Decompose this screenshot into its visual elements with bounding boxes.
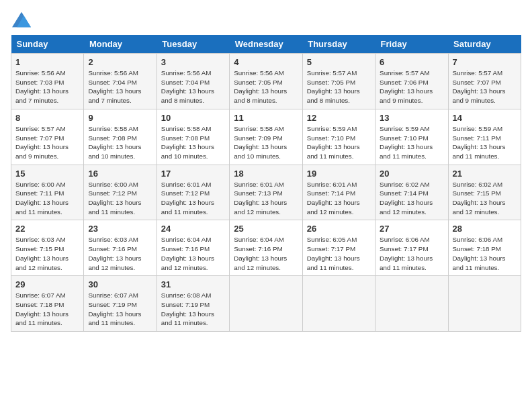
- day-number: 18: [234, 169, 298, 179]
- day-info: Sunrise: 5:58 AM Sunset: 7:09 PM Dayligh…: [234, 124, 298, 161]
- day-info: Sunrise: 5:56 AM Sunset: 7:04 PM Dayligh…: [88, 68, 152, 105]
- day-info: Sunrise: 6:05 AM Sunset: 7:17 PM Dayligh…: [307, 235, 371, 272]
- week-row-2: 8Sunrise: 5:57 AM Sunset: 7:07 PM Daylig…: [11, 109, 521, 165]
- header-row: SundayMondayTuesdayWednesdayThursdayFrid…: [11, 35, 521, 54]
- day-info: Sunrise: 6:06 AM Sunset: 7:17 PM Dayligh…: [380, 235, 443, 272]
- calendar-cell: 3Sunrise: 5:56 AM Sunset: 7:04 PM Daylig…: [157, 54, 229, 109]
- header-cell-sunday: Sunday: [11, 35, 84, 54]
- day-info: Sunrise: 6:06 AM Sunset: 7:18 PM Dayligh…: [453, 235, 517, 272]
- day-info: Sunrise: 5:59 AM Sunset: 7:10 PM Dayligh…: [380, 124, 443, 161]
- calendar-cell: 9Sunrise: 5:58 AM Sunset: 7:08 PM Daylig…: [84, 109, 157, 165]
- day-number: 27: [380, 224, 443, 234]
- day-info: Sunrise: 6:00 AM Sunset: 7:12 PM Dayligh…: [88, 180, 152, 217]
- day-number: 28: [453, 224, 517, 234]
- day-number: 23: [88, 224, 152, 234]
- calendar-cell: 6Sunrise: 5:57 AM Sunset: 7:06 PM Daylig…: [375, 54, 448, 109]
- day-number: 12: [307, 113, 371, 123]
- logo: [11, 11, 35, 30]
- day-number: 1: [15, 57, 79, 67]
- calendar-cell: 15Sunrise: 6:00 AM Sunset: 7:11 PM Dayli…: [11, 165, 84, 220]
- calendar-cell: 12Sunrise: 5:59 AM Sunset: 7:10 PM Dayli…: [302, 109, 375, 165]
- day-number: 15: [15, 169, 79, 179]
- day-info: Sunrise: 6:07 AM Sunset: 7:18 PM Dayligh…: [15, 291, 79, 328]
- calendar-header: SundayMondayTuesdayWednesdayThursdayFrid…: [11, 35, 521, 54]
- week-row-5: 29Sunrise: 6:07 AM Sunset: 7:18 PM Dayli…: [11, 276, 521, 332]
- day-number: 10: [161, 113, 225, 123]
- day-number: 19: [307, 169, 371, 179]
- calendar-cell: 25Sunrise: 6:04 AM Sunset: 7:16 PM Dayli…: [230, 220, 302, 276]
- day-info: Sunrise: 6:07 AM Sunset: 7:19 PM Dayligh…: [88, 291, 152, 328]
- calendar-cell: 11Sunrise: 5:58 AM Sunset: 7:09 PM Dayli…: [230, 109, 302, 165]
- calendar-cell: [302, 276, 375, 332]
- calendar-cell: [230, 276, 302, 332]
- day-info: Sunrise: 5:59 AM Sunset: 7:10 PM Dayligh…: [307, 124, 371, 161]
- day-number: 6: [380, 57, 443, 67]
- calendar-cell: 23Sunrise: 6:03 AM Sunset: 7:16 PM Dayli…: [84, 220, 157, 276]
- day-number: 11: [234, 113, 298, 123]
- header-cell-saturday: Saturday: [448, 35, 521, 54]
- calendar-cell: 30Sunrise: 6:07 AM Sunset: 7:19 PM Dayli…: [84, 276, 157, 332]
- page-header: [11, 11, 521, 30]
- day-info: Sunrise: 5:59 AM Sunset: 7:11 PM Dayligh…: [453, 124, 517, 161]
- calendar-cell: 7Sunrise: 5:57 AM Sunset: 7:07 PM Daylig…: [448, 54, 521, 109]
- day-number: 30: [88, 279, 152, 289]
- header-cell-wednesday: Wednesday: [230, 35, 302, 54]
- calendar-table: SundayMondayTuesdayWednesdayThursdayFrid…: [11, 35, 521, 332]
- day-info: Sunrise: 5:57 AM Sunset: 7:07 PM Dayligh…: [453, 68, 517, 105]
- day-number: 21: [453, 169, 517, 179]
- day-info: Sunrise: 5:56 AM Sunset: 7:03 PM Dayligh…: [15, 68, 79, 105]
- day-number: 5: [307, 57, 371, 67]
- day-info: Sunrise: 6:01 AM Sunset: 7:13 PM Dayligh…: [234, 180, 298, 217]
- day-number: 31: [161, 279, 225, 289]
- day-number: 29: [15, 279, 79, 289]
- calendar-cell: 14Sunrise: 5:59 AM Sunset: 7:11 PM Dayli…: [448, 109, 521, 165]
- calendar-cell: 21Sunrise: 6:02 AM Sunset: 7:15 PM Dayli…: [448, 165, 521, 220]
- day-info: Sunrise: 5:58 AM Sunset: 7:08 PM Dayligh…: [161, 124, 225, 161]
- day-info: Sunrise: 6:04 AM Sunset: 7:16 PM Dayligh…: [234, 235, 298, 272]
- week-row-3: 15Sunrise: 6:00 AM Sunset: 7:11 PM Dayli…: [11, 165, 521, 220]
- day-number: 20: [380, 169, 443, 179]
- logo-icon: [11, 11, 32, 30]
- day-info: Sunrise: 5:57 AM Sunset: 7:05 PM Dayligh…: [307, 68, 371, 105]
- day-info: Sunrise: 5:57 AM Sunset: 7:07 PM Dayligh…: [15, 124, 79, 161]
- calendar-cell: [375, 276, 448, 332]
- header-cell-thursday: Thursday: [302, 35, 375, 54]
- day-info: Sunrise: 5:56 AM Sunset: 7:05 PM Dayligh…: [234, 68, 298, 105]
- day-info: Sunrise: 6:02 AM Sunset: 7:14 PM Dayligh…: [380, 180, 443, 217]
- day-number: 26: [307, 224, 371, 234]
- day-info: Sunrise: 6:03 AM Sunset: 7:15 PM Dayligh…: [15, 235, 79, 272]
- calendar-cell: 8Sunrise: 5:57 AM Sunset: 7:07 PM Daylig…: [11, 109, 84, 165]
- calendar-cell: 13Sunrise: 5:59 AM Sunset: 7:10 PM Dayli…: [375, 109, 448, 165]
- calendar-cell: 17Sunrise: 6:01 AM Sunset: 7:12 PM Dayli…: [157, 165, 229, 220]
- calendar-cell: 18Sunrise: 6:01 AM Sunset: 7:13 PM Dayli…: [230, 165, 302, 220]
- day-number: 9: [88, 113, 152, 123]
- day-number: 24: [161, 224, 225, 234]
- header-cell-monday: Monday: [84, 35, 157, 54]
- day-number: 13: [380, 113, 443, 123]
- day-info: Sunrise: 5:57 AM Sunset: 7:06 PM Dayligh…: [380, 68, 443, 105]
- calendar-cell: 28Sunrise: 6:06 AM Sunset: 7:18 PM Dayli…: [448, 220, 521, 276]
- calendar-cell: 24Sunrise: 6:04 AM Sunset: 7:16 PM Dayli…: [157, 220, 229, 276]
- day-number: 8: [15, 113, 79, 123]
- calendar-cell: 16Sunrise: 6:00 AM Sunset: 7:12 PM Dayli…: [84, 165, 157, 220]
- calendar-cell: 31Sunrise: 6:08 AM Sunset: 7:19 PM Dayli…: [157, 276, 229, 332]
- calendar-cell: 27Sunrise: 6:06 AM Sunset: 7:17 PM Dayli…: [375, 220, 448, 276]
- day-info: Sunrise: 5:58 AM Sunset: 7:08 PM Dayligh…: [88, 124, 152, 161]
- day-number: 22: [15, 224, 79, 234]
- day-info: Sunrise: 6:01 AM Sunset: 7:14 PM Dayligh…: [307, 180, 371, 217]
- calendar-cell: 19Sunrise: 6:01 AM Sunset: 7:14 PM Dayli…: [302, 165, 375, 220]
- calendar-cell: [448, 276, 521, 332]
- calendar-cell: 22Sunrise: 6:03 AM Sunset: 7:15 PM Dayli…: [11, 220, 84, 276]
- day-number: 3: [161, 57, 225, 67]
- day-number: 2: [88, 57, 152, 67]
- day-number: 25: [234, 224, 298, 234]
- calendar-cell: 5Sunrise: 5:57 AM Sunset: 7:05 PM Daylig…: [302, 54, 375, 109]
- day-info: Sunrise: 6:01 AM Sunset: 7:12 PM Dayligh…: [161, 180, 225, 217]
- header-cell-tuesday: Tuesday: [157, 35, 229, 54]
- week-row-4: 22Sunrise: 6:03 AM Sunset: 7:15 PM Dayli…: [11, 220, 521, 276]
- calendar-cell: 29Sunrise: 6:07 AM Sunset: 7:18 PM Dayli…: [11, 276, 84, 332]
- day-info: Sunrise: 6:04 AM Sunset: 7:16 PM Dayligh…: [161, 235, 225, 272]
- day-number: 14: [453, 113, 517, 123]
- day-info: Sunrise: 6:08 AM Sunset: 7:19 PM Dayligh…: [161, 291, 225, 328]
- calendar-cell: 26Sunrise: 6:05 AM Sunset: 7:17 PM Dayli…: [302, 220, 375, 276]
